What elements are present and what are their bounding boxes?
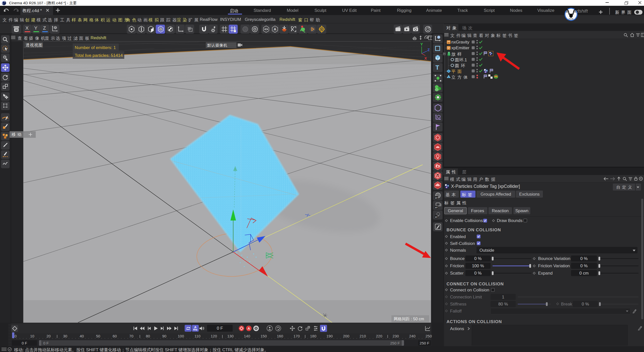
- svg-text:行走者: 行走者: [569, 18, 574, 20]
- svg-text:A: A: [274, 27, 276, 31]
- svg-text:透视视图: 透视视图: [26, 43, 43, 47]
- svg-text:X: X: [424, 56, 427, 60]
- svg-text:网格间距 : 50 cm: 网格间距 : 50 cm: [394, 317, 424, 321]
- svg-text:默认摄像机: 默认摄像机: [207, 43, 227, 47]
- svg-text:Z: Z: [427, 48, 430, 52]
- svg-text:A: A: [248, 327, 250, 330]
- svg-text:Number of emitters: 1: Number of emitters: 1: [75, 45, 116, 50]
- svg-text:ST: ST: [435, 197, 437, 199]
- svg-text:ST: ST: [435, 216, 437, 218]
- svg-text:Total live particles: 51414: Total live particles: 51414: [75, 53, 123, 58]
- svg-text:ST: ST: [435, 206, 437, 209]
- svg-text:Y: Y: [420, 42, 423, 46]
